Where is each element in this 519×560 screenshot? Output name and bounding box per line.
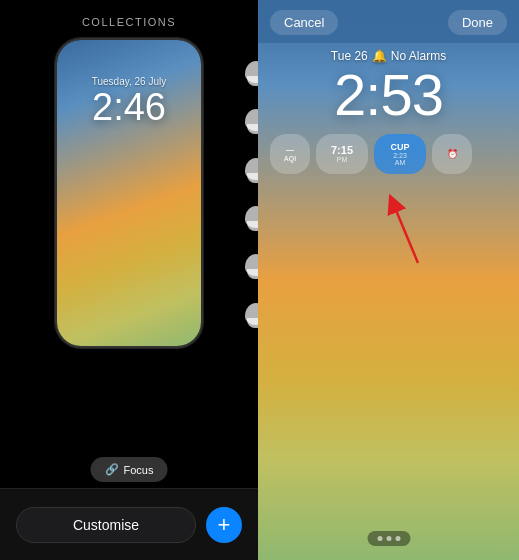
widgets-row: — AQI 7:15 PM CUP 2:23 AM ⏰ <box>268 134 509 174</box>
aqi-label: AQI <box>284 155 296 162</box>
right-panel: Cancel Done Tue 26 🔔 No Alarms 2:53 — AQ… <box>258 0 519 560</box>
widget-aqi[interactable]: — AQI <box>270 134 310 174</box>
cancel-button[interactable]: Cancel <box>270 10 338 35</box>
alarm-bell-icon: 🔔 <box>372 49 387 63</box>
cup-ampm: AM <box>395 159 406 166</box>
customise-button[interactable]: Customise <box>16 507 196 543</box>
cup-label: CUP <box>390 142 409 152</box>
aqi-value: — <box>286 145 294 154</box>
worldclock-time: 7:15 <box>331 144 353 156</box>
bottom-dot-1 <box>377 536 382 541</box>
no-alarms-text: No Alarms <box>391 49 446 63</box>
svg-line-0 <box>393 203 418 263</box>
status-date: Tue 26 <box>331 49 368 63</box>
status-row: Tue 26 🔔 No Alarms <box>268 49 509 63</box>
phone-background: Tuesday, 26 July 2:46 <box>57 40 201 346</box>
phone-time: 2:46 <box>92 87 166 129</box>
cup-time: 2:23 <box>393 152 407 159</box>
lock-screen-time: 2:53 <box>268 65 509 126</box>
done-button[interactable]: Done <box>448 10 507 35</box>
annotation-arrow <box>378 188 458 268</box>
collections-label: COLLECTIONS <box>82 16 176 28</box>
add-button[interactable]: + <box>206 507 242 543</box>
top-bar: Cancel Done <box>258 0 519 43</box>
bottom-bar: Customise + <box>0 488 258 560</box>
alarm-icon: ⏰ <box>447 149 458 159</box>
lock-screen-content: Tue 26 🔔 No Alarms 2:53 — AQI 7:15 PM CU… <box>258 43 519 184</box>
bottom-dot-2 <box>386 536 391 541</box>
phone-date: Tuesday, 26 July <box>92 76 166 87</box>
bottom-dot-3 <box>395 536 400 541</box>
widget-worldclock[interactable]: 7:15 PM <box>316 134 368 174</box>
left-panel: COLLECTIONS Tuesday, 26 July 2:46 🔗 Focu… <box>0 0 258 560</box>
focus-label: Focus <box>124 464 154 476</box>
worldclock-ampm: PM <box>337 156 348 163</box>
phone-mockup: Tuesday, 26 July 2:46 <box>55 38 203 348</box>
focus-link-icon: 🔗 <box>105 463 119 476</box>
bottom-dots-right <box>367 531 410 546</box>
focus-button[interactable]: 🔗 Focus <box>91 457 168 482</box>
widget-alarm[interactable]: ⏰ <box>432 134 472 174</box>
widget-cup[interactable]: CUP 2:23 AM <box>374 134 426 174</box>
